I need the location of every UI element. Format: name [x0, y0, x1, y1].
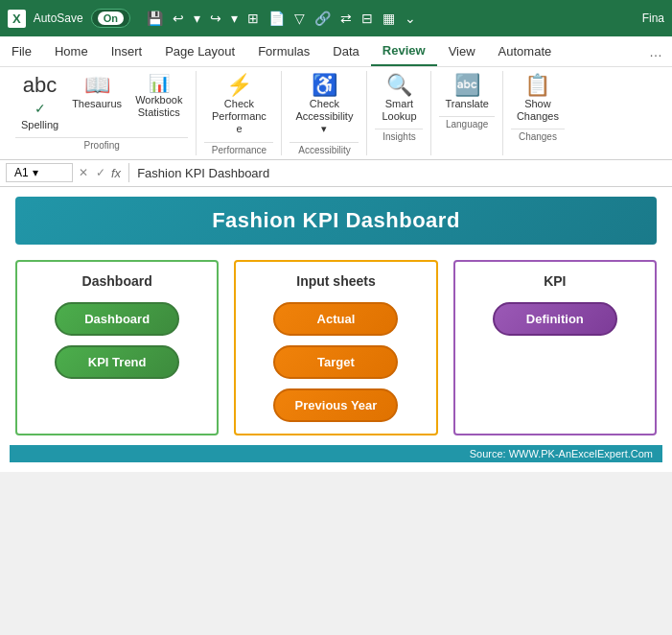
menu-review[interactable]: Review — [371, 36, 437, 66]
workbook-stats-button[interactable]: 📊 Workbook Statistics — [129, 71, 188, 123]
excel-logo: X — [8, 10, 26, 28]
title-text: Fina — [642, 12, 664, 25]
spreadsheet-area: Fashion KPI Dashboard Dashboard Dashboar… — [0, 187, 672, 472]
save-icon[interactable]: 💾 — [144, 9, 166, 28]
changes-group-label: Changes — [511, 129, 565, 142]
undo-icon[interactable]: ↩ — [170, 9, 187, 28]
formula-bar: A1 ▾ ✕ ✓ fx Fashion KPI Dashboard — [0, 160, 672, 187]
menu-bar: File Home Insert Page Layout Formulas Da… — [0, 36, 672, 67]
expand-icon[interactable]: ✕ — [79, 166, 88, 179]
previous-year-btn[interactable]: Previous Year — [273, 388, 398, 422]
definition-btn[interactable]: Definition — [493, 302, 617, 336]
translate-label: Translate — [445, 98, 488, 110]
table-icon[interactable]: ⊞ — [244, 9, 262, 28]
dashboard-header: Fashion KPI Dashboard — [15, 197, 657, 245]
col-width-icon[interactable]: ⊟ — [359, 9, 376, 28]
toolbar-icons: 💾 ↩ ▾ ↪ ▾ ⊞ 📄 ▽ 🔗 ⇄ ⊟ ▦ ⌄ — [144, 9, 419, 28]
performance-buttons: ⚡ Check Performance — [204, 71, 273, 140]
ribbon: abc✓ Spelling 📖 Thesaurus 📊 Workbook Sta… — [0, 67, 672, 160]
dashboard-box: Dashboard Dashboard KPI Trend — [15, 260, 219, 435]
redo-dropdown-icon[interactable]: ▾ — [228, 9, 241, 28]
insights-group-label: Insights — [375, 129, 423, 142]
show-changes-label: ShowChanges — [517, 98, 559, 123]
thesaurus-icon: 📖 — [84, 75, 110, 96]
language-group-label: Language — [439, 116, 494, 129]
autosave-label: AutoSave — [34, 12, 83, 25]
formula-input[interactable]: Fashion KPI Dashboard — [137, 166, 666, 180]
workbook-stats-icon: 📊 — [149, 75, 170, 92]
dashboard-boxes: Dashboard Dashboard KPI Trend Input shee… — [10, 260, 662, 435]
insert-icon[interactable]: 📄 — [266, 9, 288, 28]
ribbon-group-accessibility: ♿ CheckAccessibility ▾ Accessibility — [282, 71, 367, 155]
show-changes-button[interactable]: 📋 ShowChanges — [511, 71, 565, 127]
check-accessibility-button[interactable]: ♿ CheckAccessibility ▾ — [290, 71, 359, 140]
link-icon[interactable]: 🔗 — [312, 9, 334, 28]
redo-icon[interactable]: ↪ — [207, 9, 224, 28]
menu-view[interactable]: View — [437, 36, 487, 66]
replace-icon[interactable]: ⇄ — [337, 9, 355, 28]
more-icon[interactable]: ⌄ — [402, 9, 419, 28]
spelling-button[interactable]: abc✓ Spelling — [15, 71, 64, 135]
ribbon-group-proofing: abc✓ Spelling 📖 Thesaurus 📊 Workbook Sta… — [8, 71, 197, 155]
toggle-state[interactable]: On — [98, 12, 124, 25]
filter-icon[interactable]: ▽ — [291, 9, 308, 28]
translate-icon: 🔤 — [454, 75, 480, 96]
smart-lookup-button[interactable]: 🔍 SmartLookup — [375, 71, 423, 127]
workbook-stats-label: Workbook Statistics — [135, 94, 182, 119]
ribbon-group-performance: ⚡ Check Performance Performance — [197, 71, 282, 155]
source-text: Source: WWW.PK-AnExcelExpert.Com — [470, 448, 653, 459]
menu-file[interactable]: File — [0, 36, 43, 66]
menu-insert[interactable]: Insert — [100, 36, 154, 66]
title-bar: X AutoSave On 💾 ↩ ▾ ↪ ▾ ⊞ 📄 ▽ 🔗 ⇄ ⊟ ▦ ⌄ … — [0, 0, 672, 36]
dashboard-btn[interactable]: Dashboard — [55, 302, 179, 336]
changes-buttons: 📋 ShowChanges — [511, 71, 565, 127]
kpi-trend-btn[interactable]: KPI Trend — [55, 345, 179, 379]
dashboard-box-title: Dashboard — [82, 273, 152, 289]
spelling-label: Spelling — [21, 119, 58, 131]
menu-formulas[interactable]: Formulas — [246, 36, 321, 66]
smart-lookup-icon: 🔍 — [386, 75, 412, 96]
cell-reference-box[interactable]: A1 ▾ — [6, 163, 73, 182]
fx-label: fx — [111, 166, 121, 180]
check-accessibility-label: CheckAccessibility ▾ — [295, 98, 353, 136]
proofing-group-label: Proofing — [15, 137, 188, 151]
menu-overflow[interactable]: … — [639, 36, 672, 66]
ribbon-group-changes: 📋 ShowChanges Changes — [503, 71, 572, 155]
actual-btn[interactable]: Actual — [273, 302, 398, 336]
confirm-icon[interactable]: ✓ — [96, 166, 105, 179]
autosave-toggle[interactable]: On — [91, 9, 130, 28]
performance-group-label: Performance — [204, 142, 273, 155]
cell-ref-value: A1 — [14, 166, 29, 179]
smart-lookup-label: SmartLookup — [382, 98, 416, 123]
check-performance-label: Check Performance — [210, 98, 267, 136]
kpi-box: KPI Definition — [453, 260, 657, 435]
thesaurus-label: Thesaurus — [72, 98, 122, 110]
menu-home[interactable]: Home — [43, 36, 100, 66]
spelling-icon: abc✓ — [23, 75, 57, 117]
kpi-box-title: KPI — [544, 273, 566, 289]
cell-ref-dropdown-icon[interactable]: ▾ — [33, 166, 38, 179]
menu-data[interactable]: Data — [321, 36, 370, 66]
thesaurus-button[interactable]: 📖 Thesaurus — [66, 71, 127, 114]
language-buttons: 🔤 Translate — [439, 71, 494, 114]
check-accessibility-icon: ♿ — [312, 75, 337, 96]
target-btn[interactable]: Target — [273, 345, 398, 379]
accessibility-buttons: ♿ CheckAccessibility ▾ — [290, 71, 359, 140]
undo-dropdown-icon[interactable]: ▾ — [191, 9, 203, 28]
menu-page-layout[interactable]: Page Layout — [153, 36, 246, 66]
ribbon-group-insights: 🔍 SmartLookup Insights — [367, 71, 431, 155]
proofing-buttons: abc✓ Spelling 📖 Thesaurus 📊 Workbook Sta… — [15, 71, 188, 135]
show-changes-icon: 📋 — [524, 75, 550, 96]
dashboard-title: Fashion KPI Dashboard — [212, 208, 460, 232]
menu-automate[interactable]: Automate — [487, 36, 564, 66]
source-bar: Source: WWW.PK-AnExcelExpert.Com — [10, 445, 662, 462]
dashboard-wrapper: Fashion KPI Dashboard Dashboard Dashboar… — [0, 187, 672, 472]
insights-buttons: 🔍 SmartLookup — [375, 71, 423, 127]
check-performance-button[interactable]: ⚡ Check Performance — [204, 71, 273, 140]
check-performance-icon: ⚡ — [226, 75, 252, 96]
translate-button[interactable]: 🔤 Translate — [439, 71, 494, 114]
accessibility-group-label: Accessibility — [290, 142, 359, 155]
formula-divider — [128, 163, 129, 182]
input-sheets-box-title: Input sheets — [296, 273, 375, 289]
col-icon2[interactable]: ▦ — [380, 9, 398, 28]
